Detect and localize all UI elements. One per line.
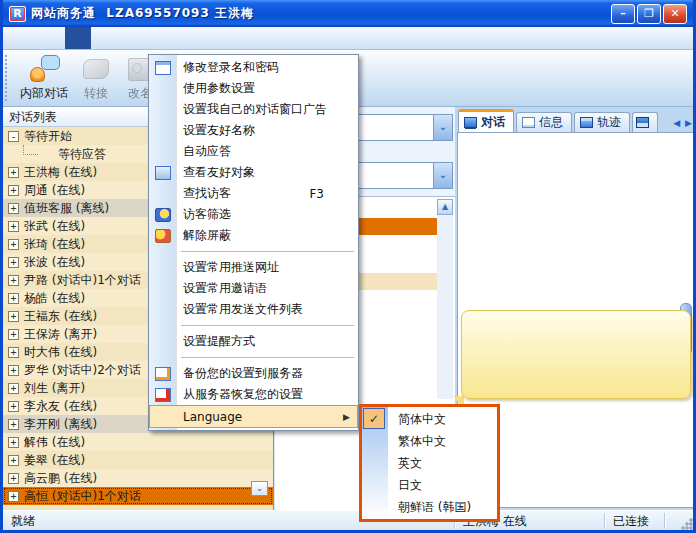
menubar-item[interactable] xyxy=(195,27,221,49)
language-option-label: 繁体中文 xyxy=(398,433,446,450)
menu-item-label: 解除屏蔽 xyxy=(183,227,231,244)
expand-toggle-icon[interactable]: + xyxy=(8,311,19,322)
list-scroll-down-button[interactable]: ⌄ xyxy=(251,481,268,496)
language-option[interactable]: ✓ 日文 xyxy=(362,474,497,496)
contact-label: 李永友 (在线) xyxy=(24,398,97,415)
menu-item[interactable]: 备份您的设置到服务器 xyxy=(149,363,358,384)
menu-item[interactable]: 设置常用推送网址 xyxy=(149,257,358,278)
app-window: R 网站商务通 LZA69557093 王洪梅 – ❐ ✕ 内部对话 转接 改名… xyxy=(0,0,696,533)
menu-item[interactable]: 查找访客 F3 xyxy=(149,183,358,204)
menu-item[interactable]: 访客筛选 xyxy=(149,204,358,225)
contact-label: 李开刚 (离线) xyxy=(24,416,97,433)
menubar-item[interactable] xyxy=(143,27,169,49)
folder-icon xyxy=(155,166,171,180)
contact-label: 罗华 (对话中)2个对话 xyxy=(24,362,141,379)
language-option-label: 英文 xyxy=(398,455,422,472)
menu-item[interactable]: 修改登录名和密码 xyxy=(149,57,358,78)
menu-item[interactable]: Language ▶ xyxy=(149,405,358,428)
scroll-up-icon[interactable]: ▲ xyxy=(437,199,453,215)
menubar-item[interactable] xyxy=(13,27,39,49)
menu-item[interactable]: 设置提醒方式 xyxy=(149,331,358,352)
contact-label: 张波 (在线) xyxy=(24,254,85,271)
expand-toggle-icon[interactable]: + xyxy=(8,473,19,484)
toolbar-button[interactable]: 内部对话 xyxy=(14,52,74,104)
expand-toggle-icon[interactable]: + xyxy=(8,491,19,502)
toolbar-button[interactable]: 转接 xyxy=(74,52,118,104)
form-icon xyxy=(155,61,171,75)
expand-toggle-icon[interactable]: + xyxy=(8,167,19,178)
chevron-down-icon[interactable]: ⌄ xyxy=(433,115,452,140)
contact-row[interactable]: + 高云鹏 (在线) xyxy=(3,469,273,487)
expand-toggle-icon[interactable]: + xyxy=(8,365,19,376)
menubar-item[interactable] xyxy=(117,27,143,49)
menubar-item[interactable] xyxy=(39,27,65,49)
contact-label: 张琦 (在线) xyxy=(24,236,85,253)
expand-toggle-icon[interactable]: + xyxy=(8,239,19,250)
language-option-label: 简体中文 xyxy=(398,411,446,428)
contact-label: 王保涛 (离开) xyxy=(24,326,97,343)
expand-toggle-icon[interactable]: + xyxy=(8,275,19,286)
expand-toggle-icon[interactable]: + xyxy=(8,401,19,412)
dialog-tab[interactable]: 轨迹 xyxy=(574,112,630,132)
menu-item[interactable]: 使用参数设置 xyxy=(149,78,358,99)
dialog-tab[interactable] xyxy=(632,112,658,132)
menu-item[interactable]: 查看友好对象 xyxy=(149,162,358,183)
language-option[interactable]: ✓ 朝鲜语 (韩国) xyxy=(362,496,497,518)
expand-toggle-icon[interactable]: + xyxy=(8,257,19,268)
expand-toggle-icon[interactable]: + xyxy=(8,185,19,196)
menu-item[interactable]: 自动应答 xyxy=(149,141,358,162)
menu-item[interactable]: 设置常用发送文件列表 xyxy=(149,299,358,320)
menu-item-label: 使用参数设置 xyxy=(183,80,255,97)
menu-separator xyxy=(181,325,354,326)
status-connection: 已连接 xyxy=(605,513,665,529)
menu-item[interactable]: 设置友好名称 xyxy=(149,120,358,141)
tab-scroll-right-icon[interactable]: ▶ xyxy=(685,118,692,128)
window-title: 网站商务通 LZA69557093 王洪梅 xyxy=(31,5,254,22)
menubar-item[interactable] xyxy=(65,27,91,49)
expand-toggle-icon[interactable]: - xyxy=(8,131,19,142)
titlebar: R 网站商务通 LZA69557093 王洪梅 – ❐ ✕ xyxy=(3,0,693,27)
menu-item-label: 设置我自己的对话窗口广告 xyxy=(183,101,327,118)
chevron-down-icon[interactable]: ⌄ xyxy=(433,163,452,188)
tab-label: 轨迹 xyxy=(597,114,621,131)
expand-toggle-icon[interactable]: + xyxy=(8,437,19,448)
menubar-item[interactable] xyxy=(169,27,195,49)
menu-item[interactable]: 设置常用邀请语 xyxy=(149,278,358,299)
resize-grip[interactable] xyxy=(680,517,693,530)
grid-scrollbar[interactable]: ▲ xyxy=(437,199,453,399)
chat-icon xyxy=(28,55,60,83)
expand-toggle-icon[interactable]: + xyxy=(8,203,19,214)
menu-item-label: 设置常用邀请语 xyxy=(183,280,267,297)
expand-toggle-icon[interactable]: + xyxy=(8,383,19,394)
menubar xyxy=(3,27,693,50)
language-option[interactable]: ✓ 简体中文 xyxy=(362,408,497,430)
contact-row[interactable]: + 姜翠 (在线) xyxy=(3,451,273,469)
expand-toggle-icon[interactable]: + xyxy=(8,347,19,358)
contact-label: 杨皓 (在线) xyxy=(24,290,85,307)
language-option[interactable]: ✓ 繁体中文 xyxy=(362,430,497,452)
contact-row[interactable]: + 高恒 (对话中)1个对话 xyxy=(3,487,273,505)
expand-toggle-icon[interactable]: + xyxy=(8,419,19,430)
close-button[interactable]: ✕ xyxy=(663,4,687,24)
language-option[interactable]: ✓ 英文 xyxy=(362,452,497,474)
menubar-item[interactable] xyxy=(91,27,117,49)
disk-icon xyxy=(636,117,649,128)
filter-icon xyxy=(155,208,171,222)
expand-toggle-icon[interactable]: + xyxy=(8,329,19,340)
contact-label: 尹路 (对话中)1个对话 xyxy=(24,272,141,289)
maximize-button[interactable]: ❐ xyxy=(637,4,661,24)
toolbar-grip[interactable] xyxy=(5,55,11,101)
menu-item[interactable]: 解除屏蔽 xyxy=(149,225,358,246)
expand-toggle-icon[interactable]: + xyxy=(8,221,19,232)
menu-item[interactable]: 设置我自己的对话窗口广告 xyxy=(149,99,358,120)
tab-label: 信息 xyxy=(539,114,563,131)
expand-toggle-icon[interactable]: + xyxy=(8,455,19,466)
contact-row[interactable]: + 解伟 (在线) xyxy=(3,433,273,451)
menu-item[interactable]: 从服务器恢复您的设置 xyxy=(149,384,358,405)
dialog-tab[interactable]: 对话 xyxy=(458,109,514,132)
menu-item-label: 设置常用发送文件列表 xyxy=(183,301,303,318)
minimize-button[interactable]: – xyxy=(611,4,635,24)
dialog-tab[interactable]: 信息 xyxy=(516,112,572,132)
tab-scroll-left-icon[interactable]: ◀ xyxy=(673,118,680,128)
expand-toggle-icon[interactable]: + xyxy=(8,293,19,304)
